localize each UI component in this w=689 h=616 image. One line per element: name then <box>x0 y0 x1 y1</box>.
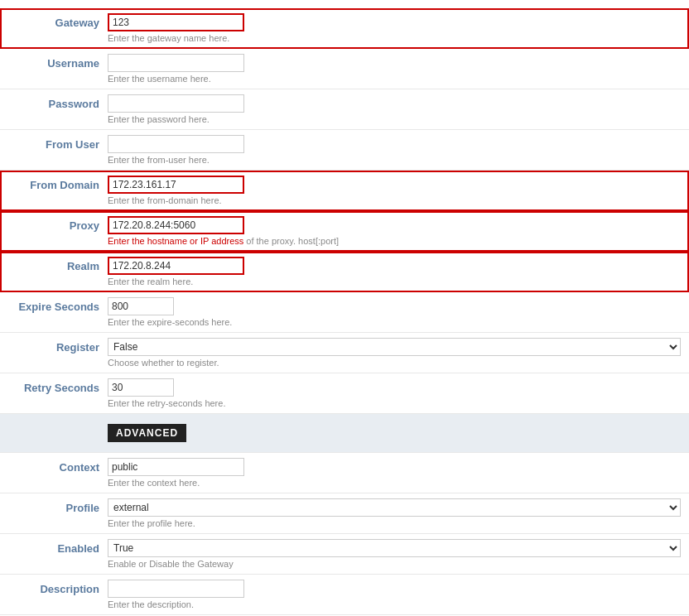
realm-row: Realm Enter the realm here. <box>0 252 689 292</box>
username-input-col: Enter the username here. <box>108 54 681 84</box>
description-hint: Enter the description. <box>108 599 681 609</box>
advanced-button[interactable]: ADVANCED <box>108 424 186 442</box>
enabled-row: Enabled True False Enable or Disable the… <box>0 534 689 575</box>
username-hint: Enter the username here. <box>108 74 681 84</box>
expire-seconds-label: Expire Seconds <box>8 297 108 313</box>
expire-seconds-row: Expire Seconds Enter the expire-seconds … <box>0 292 689 333</box>
register-row: Register False True Choose whether to re… <box>0 333 689 373</box>
proxy-label: Proxy <box>8 216 108 232</box>
description-input[interactable] <box>108 580 244 598</box>
realm-hint: Enter the realm here. <box>108 277 681 286</box>
proxy-input-col: Enter the hostname or IP address of the … <box>108 216 681 246</box>
enabled-hint: Enable or Disable the Gateway <box>108 559 681 569</box>
context-label: Context <box>8 458 108 474</box>
profile-input-col: external internal default Enter the prof… <box>108 498 681 528</box>
from-user-row: From User Enter the from-user here. <box>0 130 689 171</box>
proxy-hint-red: Enter the hostname or IP address <box>108 236 243 246</box>
expire-seconds-input-col: Enter the expire-seconds here. <box>108 297 681 327</box>
password-row: Password Enter the password here. <box>0 89 689 130</box>
password-label: Password <box>8 94 108 110</box>
advanced-row: ADVANCED <box>0 414 689 453</box>
gateway-input-col: Enter the gateway name here. <box>108 13 681 43</box>
retry-seconds-row: Retry Seconds Enter the retry-seconds he… <box>0 373 689 414</box>
gateway-label: Gateway <box>8 13 108 29</box>
expire-seconds-hint: Enter the expire-seconds here. <box>108 317 681 327</box>
gateway-row: Gateway Enter the gateway name here. <box>0 8 689 49</box>
context-input-col: Enter the context here. <box>108 458 681 488</box>
from-domain-input[interactable] <box>108 176 244 194</box>
password-input[interactable] <box>108 94 244 113</box>
register-hint: Choose whether to register. <box>108 358 681 368</box>
retry-seconds-input[interactable] <box>108 378 174 397</box>
password-input-col: Enter the password here. <box>108 94 681 124</box>
from-user-input-col: Enter the from-user here. <box>108 135 681 165</box>
profile-hint: Enter the profile here. <box>108 518 681 528</box>
from-user-hint: Enter the from-user here. <box>108 155 681 165</box>
username-label: Username <box>8 54 108 70</box>
gateway-hint: Enter the gateway name here. <box>108 33 681 43</box>
username-row: Username Enter the username here. <box>0 49 689 89</box>
from-domain-label: From Domain <box>8 176 108 191</box>
retry-seconds-input-col: Enter the retry-seconds here. <box>108 378 681 408</box>
username-input[interactable] <box>108 54 244 72</box>
proxy-input[interactable] <box>108 216 244 234</box>
proxy-hint-normal: of the proxy. host[:port] <box>243 236 339 246</box>
password-hint: Enter the password here. <box>108 114 681 124</box>
retry-seconds-hint: Enter the retry-seconds here. <box>108 398 681 408</box>
context-hint: Enter the context here. <box>108 478 681 488</box>
description-label: Description <box>8 580 108 595</box>
gateway-input[interactable] <box>108 13 244 31</box>
expire-seconds-input[interactable] <box>108 297 174 315</box>
realm-input-col: Enter the realm here. <box>108 257 681 286</box>
from-domain-input-col: Enter the from-domain here. <box>108 176 681 205</box>
description-row: Description Enter the description. <box>0 575 689 615</box>
proxy-hint: Enter the hostname or IP address of the … <box>108 236 681 246</box>
enabled-select[interactable]: True False <box>108 539 681 557</box>
form-container: Gateway Enter the gateway name here. Use… <box>0 0 689 616</box>
profile-select[interactable]: external internal default <box>108 498 681 517</box>
context-row: Context Enter the context here. <box>0 453 689 493</box>
register-select[interactable]: False True <box>108 338 681 356</box>
from-user-input[interactable] <box>108 135 244 153</box>
description-input-col: Enter the description. <box>108 580 681 609</box>
from-user-label: From User <box>8 135 108 151</box>
register-input-col: False True Choose whether to register. <box>108 338 681 368</box>
profile-label: Profile <box>8 498 108 514</box>
profile-row: Profile external internal default Enter … <box>0 493 689 534</box>
from-domain-hint: Enter the from-domain here. <box>108 195 681 205</box>
realm-label: Realm <box>8 257 108 272</box>
realm-input[interactable] <box>108 257 244 275</box>
context-input[interactable] <box>108 458 244 476</box>
register-label: Register <box>8 338 108 354</box>
enabled-label: Enabled <box>8 539 108 555</box>
from-domain-row: From Domain Enter the from-domain here. <box>0 171 689 211</box>
enabled-input-col: True False Enable or Disable the Gateway <box>108 539 681 569</box>
retry-seconds-label: Retry Seconds <box>8 378 108 394</box>
proxy-row: Proxy Enter the hostname or IP address o… <box>0 211 689 252</box>
